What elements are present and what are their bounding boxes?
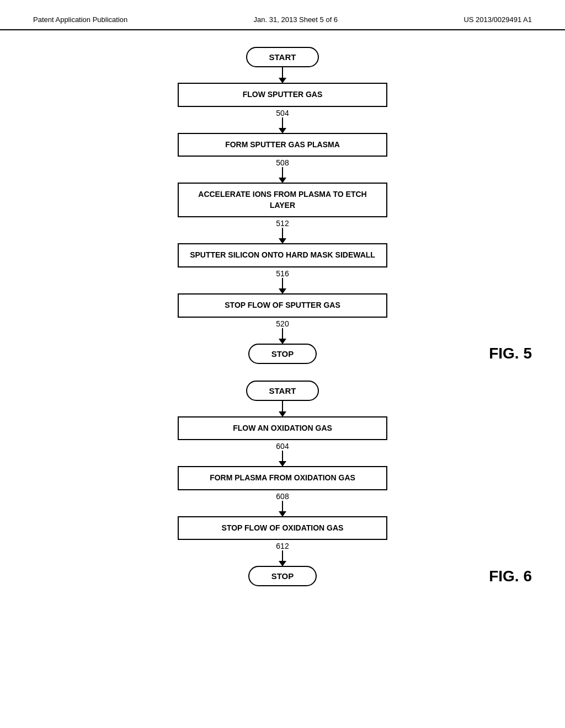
step-508-box: FORM SPUTTER GAS PLASMA	[178, 133, 387, 157]
header-right: US 2013/0029491 A1	[463, 15, 532, 24]
header-center: Jan. 31, 2013 Sheet 5 of 6	[254, 15, 338, 24]
step-612-num: 612	[276, 542, 289, 550]
step-604-box: FLOW AN OXIDATION GAS	[178, 416, 387, 441]
header-left: Patent Application Publication	[33, 15, 127, 24]
step-516-num: 516	[276, 269, 289, 278]
arrow1	[282, 67, 283, 83]
arrow4	[282, 228, 283, 243]
step-520-num: 520	[276, 319, 289, 328]
arrow8	[282, 451, 283, 466]
step-512-num: 512	[276, 219, 289, 228]
main-content: START FLOW SPUTTER GAS 504 FORM SPUTTER …	[0, 30, 565, 586]
fig6-label: FIG. 6	[489, 568, 532, 585]
arrow10	[282, 550, 283, 566]
fig5-flowchart: START FLOW SPUTTER GAS 504 FORM SPUTTER …	[0, 47, 565, 364]
fig6-start-terminal: START	[246, 381, 319, 401]
arrow3	[282, 167, 283, 183]
fig5-section: START FLOW SPUTTER GAS 504 FORM SPUTTER …	[0, 47, 565, 586]
step-608-box: FORM PLASMA FROM OXIDATION GAS	[178, 466, 387, 490]
fig6-flowchart: START FLOW AN OXIDATION GAS 604 FORM PLA…	[0, 381, 565, 587]
arrow2	[282, 117, 283, 133]
fig6-stop-terminal: STOP	[248, 566, 317, 586]
page: Patent Application Publication Jan. 31, …	[0, 0, 565, 728]
arrow6	[282, 328, 283, 344]
arrow9	[282, 501, 283, 516]
step-520-box: STOP FLOW OF SPUTTER GAS	[178, 293, 387, 318]
fig5-label: FIG. 5	[489, 345, 532, 362]
step-608-num: 608	[276, 492, 289, 501]
step-512-box: ACCELERATE IONS FROM PLASMA TO ETCH LAYE…	[178, 183, 387, 217]
step-612-box: STOP FLOW OF OXIDATION GAS	[178, 516, 387, 540]
arrow5	[282, 278, 283, 293]
fig5-start-terminal: START	[246, 47, 319, 67]
page-header: Patent Application Publication Jan. 31, …	[0, 0, 565, 30]
step-504-box: FLOW SPUTTER GAS	[178, 83, 387, 107]
step-604-num: 604	[276, 442, 289, 451]
fig5-stop-terminal: STOP	[248, 344, 317, 364]
step-504-num: 504	[276, 109, 289, 117]
step-508-num: 508	[276, 158, 289, 167]
arrow7	[282, 401, 283, 416]
step-516-box: SPUTTER SILICON ONTO HARD MASK SIDEWALL	[178, 243, 387, 267]
